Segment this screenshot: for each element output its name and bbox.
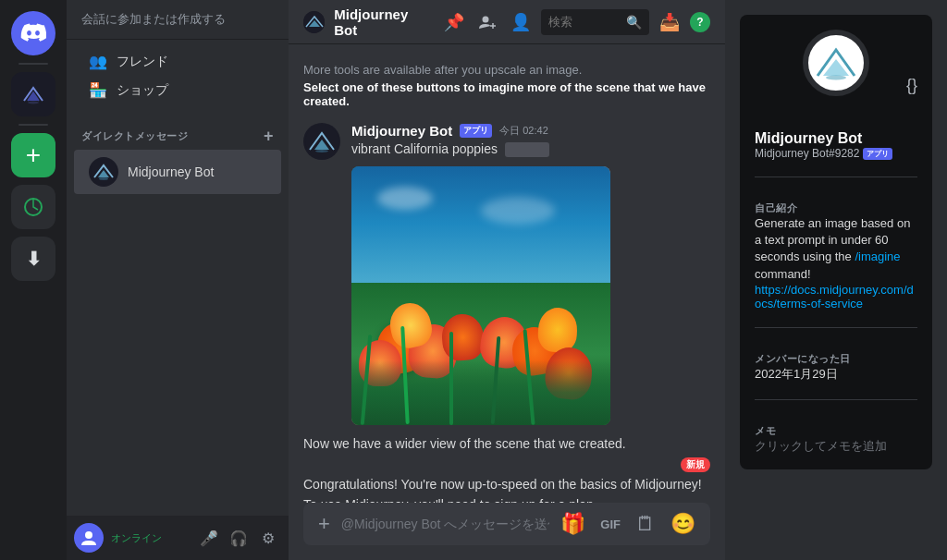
join-date-label: メンバーになった日 (755, 352, 917, 366)
chat-input-area: + 🎁 GIF 🗒 😊 (289, 503, 725, 560)
sticker-button[interactable]: 🗒 (632, 503, 659, 545)
system-message-tools-text: More tools are available after you upsca… (303, 63, 710, 77)
svg-point-12 (826, 76, 846, 80)
add-server-button[interactable]: + (11, 133, 55, 177)
settings-button[interactable]: ⚙ (255, 525, 281, 551)
gift-button[interactable]: 🎁 (557, 503, 589, 545)
messages-area: More tools are available after you upsca… (289, 44, 725, 503)
bot-handle-row: Midjourney Bot#9282 アプリ (755, 147, 892, 160)
gif-button[interactable]: GIF (596, 508, 624, 541)
grass-layer (351, 360, 610, 425)
message-group-1: Midjourney Bot アプリ 今日 02:42 vibrant Cali… (289, 119, 725, 429)
chat-input-field[interactable] (341, 507, 549, 541)
message-image-1 (351, 166, 610, 425)
discord-home-button[interactable] (11, 11, 55, 55)
friends-icon: 👥 (89, 53, 107, 70)
explore-button[interactable] (11, 185, 55, 229)
current-user-avatar (74, 523, 104, 553)
wider-view-text: Now we have a wider view of the scene th… (303, 436, 710, 451)
bio-section: 自己紹介 Generate an image based on a text p… (755, 194, 917, 310)
profile-button[interactable]: 👤 (508, 9, 534, 35)
chat-header-avatar (303, 11, 325, 33)
chat-input-wrapper: + 🎁 GIF 🗒 😊 (303, 503, 710, 545)
chat-header-name: Midjourney Bot (334, 6, 432, 38)
profile-divider (755, 177, 917, 177)
deafen-button[interactable]: 🎧 (226, 525, 252, 551)
dm-midjourney-item[interactable]: Midjourney Bot (74, 150, 281, 194)
mute-button[interactable]: 🎤 (196, 525, 222, 551)
user-controls-bar: オンライン 🎤 🎧 ⚙ (67, 516, 289, 560)
message-header-1: Midjourney Bot アプリ 今日 02:42 (351, 123, 710, 139)
new-badge: 新規 (681, 457, 710, 472)
download-button[interactable]: ⬇ (11, 237, 55, 281)
svg-point-10 (315, 150, 328, 152)
bio-suffix: command! (755, 267, 811, 281)
profile-divider-2 (755, 327, 917, 328)
message-text-1: vibrant California poppies (351, 140, 710, 159)
profile-divider-3 (755, 399, 917, 400)
terms-link[interactable]: https://docs.midjourney.com/docs/terms-o… (755, 283, 917, 310)
system-message-tools: More tools are available after you upsca… (289, 59, 725, 119)
right-panel: {} Midjourney Bot Midjourney Bot#9282 アプ… (725, 0, 947, 560)
bot-app-badge: アプリ (863, 148, 892, 160)
inbox-button[interactable]: 📥 (657, 9, 683, 35)
add-dm-button[interactable]: + (264, 127, 274, 146)
emoji-button[interactable]: 😊 (667, 503, 699, 545)
painting-poppies (351, 166, 610, 425)
dm-section-header: ダイレクトメッセージ + (67, 112, 289, 150)
profile-card: {} Midjourney Bot Midjourney Bot#9282 アプ… (740, 15, 932, 469)
search-input[interactable] (548, 15, 622, 29)
edit-note-button[interactable]: {} (906, 76, 917, 95)
svg-point-3 (99, 177, 108, 179)
friends-item[interactable]: 👥 フレンド (74, 47, 281, 76)
message-content-1: Midjourney Bot アプリ 今日 02:42 vibrant Cali… (351, 123, 710, 425)
message-avatar-mj (303, 123, 340, 160)
shop-icon: 🏪 (89, 81, 107, 99)
cloud-2 (481, 197, 555, 225)
message-time-1: 今日 02:42 (499, 124, 548, 138)
note-section-title: メモ (755, 424, 917, 438)
search-icon: 🔍 (626, 15, 642, 30)
bio-command: /imagine (855, 250, 900, 263)
stem-3 (449, 332, 453, 425)
dm-midjourney-avatar (89, 157, 118, 187)
shop-label: ショップ (117, 82, 168, 99)
wider-view-message: Now we have a wider view of the scene th… (289, 429, 725, 458)
note-section: メモ クリックしてメモを追加 (755, 417, 917, 455)
bio-section-title: 自己紹介 (755, 201, 917, 215)
channel-header: ダイレクトメッセージ 会話に参加または作成する (67, 0, 289, 40)
dm-midjourney-name: Midjourney Bot (128, 164, 214, 179)
server-sidebar: + ⬇ (0, 0, 67, 560)
chat-header: Midjourney Bot 📌 👤 🔍 📥 ? (289, 0, 725, 44)
bio-text: Generate an image based on a text prompt… (755, 215, 917, 283)
add-attachment-button[interactable]: + (314, 503, 334, 545)
svg-point-0 (28, 102, 39, 104)
profile-avatar (803, 30, 869, 96)
main-chat-area: Midjourney Bot 📌 👤 🔍 📥 ? More tool (289, 0, 725, 560)
cloud-1 (377, 187, 433, 210)
join-date: 2022年1月29日 (755, 366, 917, 383)
message-author-1: Midjourney Bot (351, 123, 452, 139)
dm-section-label: ダイレクトメッセージ (81, 129, 188, 143)
current-user-info: オンライン (111, 531, 189, 545)
svg-point-6 (483, 16, 489, 22)
conversation-search-placeholder: 会話に参加または作成する (81, 12, 226, 26)
pin-button[interactable]: 📌 (441, 9, 467, 35)
help-button[interactable]: ? (690, 12, 710, 32)
note-placeholder[interactable]: クリックしてメモを追加 (755, 438, 917, 455)
sidebar-divider-2 (18, 124, 48, 126)
server-icon-mj[interactable] (11, 72, 55, 116)
bot-name: Midjourney Bot (755, 130, 862, 147)
shop-item[interactable]: 🏪 ショップ (74, 76, 281, 104)
user-status: オンライン (111, 531, 189, 545)
message-text-content-1: vibrant California poppies (351, 141, 498, 156)
system-message-select-text: Select one of these buttons to imagine m… (303, 80, 706, 108)
add-friend-button[interactable] (474, 9, 500, 35)
chat-header-actions: 📌 👤 🔍 📥 ? (441, 9, 710, 35)
search-bar[interactable]: 🔍 (541, 9, 649, 35)
app-badge-1: アプリ (460, 124, 492, 138)
poppy-6 (536, 307, 577, 353)
svg-point-4 (85, 531, 92, 539)
sidebar-controls: 🎤 🎧 ⚙ (196, 525, 281, 551)
bot-handle: Midjourney Bot#9282 (755, 147, 859, 160)
